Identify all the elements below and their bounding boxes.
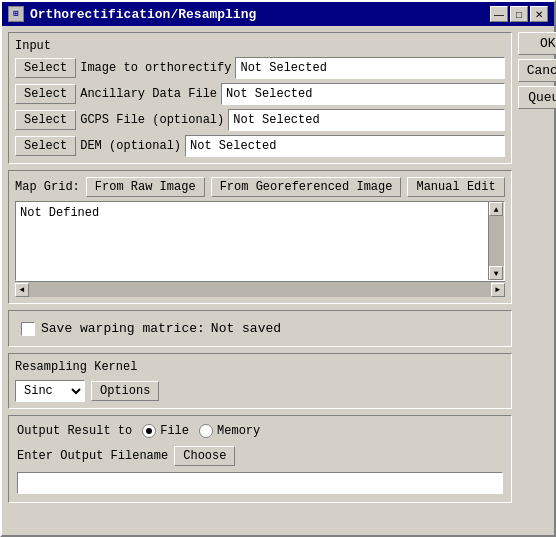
ok-button[interactable]: OK (518, 32, 556, 55)
file-radio-button[interactable] (142, 424, 156, 438)
from-raw-image-button[interactable]: From Raw Image (86, 177, 205, 197)
scroll-right-button[interactable]: ► (491, 283, 505, 297)
output-radio-group: File Memory (142, 424, 260, 438)
resampling-row: Sinc Nearest Bilinear Cubic Options (15, 380, 505, 402)
vertical-scrollbar[interactable]: ▲ ▼ (488, 202, 504, 280)
ancillary-field[interactable] (221, 83, 505, 105)
map-grid-row: Map Grid: From Raw Image From Georeferen… (15, 177, 505, 197)
queue-button[interactable]: Queue (518, 86, 556, 109)
output-row: Output Result to File Memory (17, 424, 503, 438)
save-warp-row: Save warping matrice: Not saved (15, 317, 505, 340)
save-warp-checkbox[interactable] (21, 322, 35, 336)
scroll-down-button[interactable]: ▼ (489, 266, 503, 280)
window-icon: ⊞ (8, 6, 24, 22)
scroll-up-button[interactable]: ▲ (489, 202, 503, 216)
resampling-select[interactable]: Sinc Nearest Bilinear Cubic (15, 380, 85, 402)
dem-field[interactable] (185, 135, 505, 157)
select-image-button[interactable]: Select (15, 58, 76, 78)
input-row-3: Select DEM (optional) (15, 135, 505, 157)
minimize-button[interactable]: — (490, 6, 508, 22)
maximize-button[interactable]: □ (510, 6, 528, 22)
file-radio-item[interactable]: File (142, 424, 189, 438)
window-body: Input Select Image to orthorectify Selec… (2, 26, 554, 535)
cancel-button[interactable]: Cancel (518, 59, 556, 82)
manual-edit-button[interactable]: Manual Edit (407, 177, 504, 197)
gcps-field[interactable] (228, 109, 504, 131)
ancillary-field-label: Ancillary Data File (80, 87, 217, 101)
choose-button[interactable]: Choose (174, 446, 235, 466)
title-bar-buttons: — □ ✕ (490, 6, 548, 22)
dem-field-label: DEM (optional) (80, 139, 181, 153)
input-row-0: Select Image to orthorectify (15, 57, 505, 79)
input-label: Input (15, 39, 505, 53)
filename-input[interactable] (17, 472, 503, 494)
title-bar: ⊞ Orthorectification/Resampling — □ ✕ (2, 2, 554, 26)
close-button[interactable]: ✕ (530, 6, 548, 22)
gcps-field-label: GCPS File (optional) (80, 113, 224, 127)
input-row-1: Select Ancillary Data File (15, 83, 505, 105)
select-gcps-button[interactable]: Select (15, 110, 76, 130)
map-grid-label: Map Grid: (15, 180, 80, 194)
save-warp-label: Save warping matrice: (41, 321, 205, 336)
map-grid-textarea[interactable]: Not Defined (16, 202, 488, 280)
save-warp-value: Not saved (211, 321, 281, 336)
filename-input-wrapper (17, 472, 503, 494)
select-ancillary-button[interactable]: Select (15, 84, 76, 104)
output-label: Output Result to (17, 424, 132, 438)
scroll-track-v (489, 216, 504, 266)
image-field[interactable] (235, 57, 504, 79)
input-section: Input Select Image to orthorectify Selec… (8, 32, 512, 164)
filename-row: Enter Output Filename Choose (17, 446, 503, 466)
side-buttons: OK Cancel Queue (518, 32, 556, 529)
window-title: Orthorectification/Resampling (30, 7, 490, 22)
select-dem-button[interactable]: Select (15, 136, 76, 156)
memory-radio-item[interactable]: Memory (199, 424, 260, 438)
scroll-left-button[interactable]: ◄ (15, 283, 29, 297)
memory-radio-label: Memory (217, 424, 260, 438)
memory-radio-button[interactable] (199, 424, 213, 438)
map-grid-textarea-wrapper: Not Defined ▲ ▼ (15, 201, 505, 281)
from-georeferenced-button[interactable]: From Georeferenced Image (211, 177, 402, 197)
save-warp-section: Save warping matrice: Not saved (8, 310, 512, 347)
resampling-options-button[interactable]: Options (91, 381, 159, 401)
main-content: Input Select Image to orthorectify Selec… (8, 32, 512, 529)
horizontal-scrollbar[interactable]: ◄ ► (15, 281, 505, 297)
map-grid-section: Map Grid: From Raw Image From Georeferen… (8, 170, 512, 304)
main-window: ⊞ Orthorectification/Resampling — □ ✕ In… (0, 0, 556, 537)
image-field-label: Image to orthorectify (80, 61, 231, 75)
output-section: Output Result to File Memory Enter Outpu (8, 415, 512, 503)
input-row-2: Select GCPS File (optional) (15, 109, 505, 131)
scroll-track-h (29, 282, 491, 297)
filename-label: Enter Output Filename (17, 449, 168, 463)
resampling-section: Resampling Kernel Sinc Nearest Bilinear … (8, 353, 512, 409)
resampling-label: Resampling Kernel (15, 360, 505, 374)
file-radio-label: File (160, 424, 189, 438)
